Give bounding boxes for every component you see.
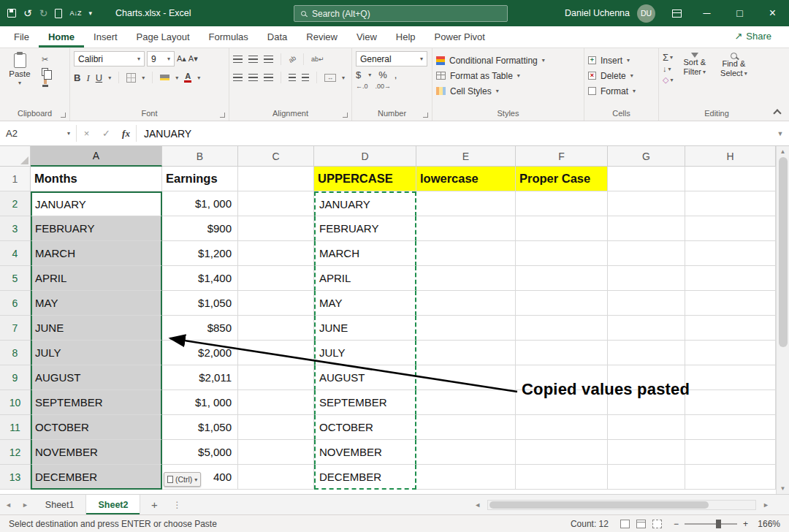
- cell-H12[interactable]: [685, 440, 776, 465]
- tab-page-layout[interactable]: Page Layout: [127, 26, 199, 48]
- decrease-decimal-icon[interactable]: .00→: [376, 83, 392, 90]
- align-left-icon[interactable]: [233, 74, 243, 82]
- font-name-select[interactable]: Calibri▾: [74, 51, 145, 66]
- zoom-out-icon[interactable]: −: [674, 519, 679, 529]
- page-layout-view-icon[interactable]: [636, 520, 646, 528]
- autosum-icon[interactable]: Σ: [663, 53, 668, 62]
- cell-H6[interactable]: [685, 291, 776, 316]
- cell-D12[interactable]: NOVEMBER: [314, 440, 416, 465]
- cell-E9[interactable]: [416, 365, 516, 390]
- share-button[interactable]: ↗ Share: [727, 29, 779, 43]
- cell-B8[interactable]: $2,000: [162, 341, 238, 365]
- hscroll-right-icon[interactable]: ►: [758, 501, 774, 509]
- cell-B12[interactable]: $5,000: [162, 440, 238, 465]
- cell-F2[interactable]: [516, 191, 608, 216]
- cell-G2[interactable]: [608, 191, 685, 216]
- column-header-F[interactable]: F: [516, 146, 608, 167]
- cell-G1[interactable]: [608, 167, 685, 191]
- align-middle-icon[interactable]: [248, 56, 258, 64]
- increase-indent-icon[interactable]: [302, 74, 309, 82]
- cell-H9[interactable]: [685, 365, 776, 390]
- cell-B4[interactable]: $1,200: [162, 241, 238, 266]
- cell-E1[interactable]: lowercase: [416, 167, 516, 191]
- row-header-7[interactable]: 7: [0, 316, 31, 341]
- cell-E11[interactable]: [416, 415, 516, 440]
- cell-F1[interactable]: Proper Case: [516, 167, 608, 191]
- cell-B5[interactable]: $1,400: [162, 266, 238, 291]
- cell-D6[interactable]: MAY: [314, 291, 416, 316]
- delete-cells-button[interactable]: × Delete▾: [588, 68, 655, 83]
- cell-H11[interactable]: [685, 415, 776, 440]
- cell-E3[interactable]: [416, 216, 516, 241]
- cell-F6[interactable]: [516, 291, 608, 316]
- zoom-slider[interactable]: [685, 523, 737, 525]
- cell-C6[interactable]: [238, 291, 314, 316]
- column-header-A[interactable]: A: [31, 146, 162, 167]
- cell-H4[interactable]: [685, 241, 776, 266]
- enter-icon[interactable]: ✓: [96, 121, 116, 145]
- tab-data[interactable]: Data: [258, 26, 297, 48]
- borders-chevron-icon[interactable]: ▾: [142, 75, 145, 81]
- cell-F4[interactable]: [516, 241, 608, 266]
- cell-C11[interactable]: [238, 415, 314, 440]
- add-sheet-button[interactable]: +: [146, 497, 162, 513]
- column-header-D[interactable]: D: [314, 146, 416, 167]
- cell-D2[interactable]: JANUARY: [314, 191, 416, 216]
- cell-H8[interactable]: [685, 341, 776, 365]
- new-file-icon[interactable]: [55, 9, 62, 18]
- tab-insert[interactable]: Insert: [84, 26, 127, 48]
- row-header-3[interactable]: 3: [0, 216, 31, 241]
- zoom-level[interactable]: 166%: [754, 519, 780, 529]
- conditional-formatting-button[interactable]: Conditional Formatting▾: [436, 53, 580, 68]
- column-header-H[interactable]: H: [685, 146, 776, 167]
- borders-icon[interactable]: [126, 73, 136, 83]
- insert-function-icon[interactable]: fx: [116, 121, 136, 145]
- cell-C12[interactable]: [238, 440, 314, 465]
- sheet-nav-left-icon[interactable]: ◄: [0, 501, 17, 509]
- cell-A13[interactable]: DECEMBER: [31, 465, 162, 490]
- cell-C10[interactable]: [238, 390, 314, 415]
- sort-filter-button[interactable]: Sort & Filter▾: [679, 51, 710, 109]
- column-header-E[interactable]: E: [416, 146, 516, 167]
- cell-E8[interactable]: [416, 341, 516, 365]
- cell-G12[interactable]: [608, 440, 685, 465]
- cell-A5[interactable]: APRIL: [31, 266, 162, 291]
- format-painter-icon[interactable]: [42, 80, 49, 87]
- cell-E4[interactable]: [416, 241, 516, 266]
- name-box-chevron-icon[interactable]: ▾: [67, 130, 70, 137]
- collapse-ribbon-icon[interactable]: [773, 109, 781, 117]
- font-dialog-launcher[interactable]: [220, 113, 225, 118]
- cell-D4[interactable]: MARCH: [314, 241, 416, 266]
- merge-chevron-icon[interactable]: ▾: [342, 75, 345, 81]
- tab-formulas[interactable]: Formulas: [199, 26, 258, 48]
- select-all-corner[interactable]: [0, 146, 31, 167]
- formula-input[interactable]: JANUARY: [137, 121, 771, 145]
- cell-A12[interactable]: NOVEMBER: [31, 440, 162, 465]
- percent-icon[interactable]: %: [378, 70, 387, 80]
- font-color-chevron-icon[interactable]: ▾: [197, 75, 200, 81]
- cell-F9[interactable]: [516, 365, 608, 390]
- sheet-nav-right-icon[interactable]: ►: [17, 501, 34, 509]
- minimize-button[interactable]: ─: [690, 0, 723, 26]
- cell-D10[interactable]: SEPTEMBER: [314, 390, 416, 415]
- row-header-8[interactable]: 8: [0, 341, 31, 365]
- cell-A2[interactable]: JANUARY: [31, 191, 162, 216]
- cell-D8[interactable]: JULY: [314, 341, 416, 365]
- cell-A9[interactable]: AUGUST: [31, 365, 162, 390]
- cell-G3[interactable]: [608, 216, 685, 241]
- cell-G4[interactable]: [608, 241, 685, 266]
- save-icon[interactable]: [7, 9, 16, 18]
- cell-C2[interactable]: [238, 191, 314, 216]
- row-header-1[interactable]: 1: [0, 167, 31, 191]
- row-header-5[interactable]: 5: [0, 266, 31, 291]
- cell-A4[interactable]: MARCH: [31, 241, 162, 266]
- cell-H2[interactable]: [685, 191, 776, 216]
- decrease-font-icon[interactable]: A▾: [188, 54, 198, 64]
- cell-G5[interactable]: [608, 266, 685, 291]
- cell-D7[interactable]: JUNE: [314, 316, 416, 341]
- cell-C1[interactable]: [238, 167, 314, 191]
- merge-center-icon[interactable]: ↔: [324, 74, 336, 82]
- formula-bar-expand-icon[interactable]: ▼: [771, 121, 789, 145]
- decrease-indent-icon[interactable]: [289, 74, 296, 82]
- row-header-12[interactable]: 12: [0, 440, 31, 465]
